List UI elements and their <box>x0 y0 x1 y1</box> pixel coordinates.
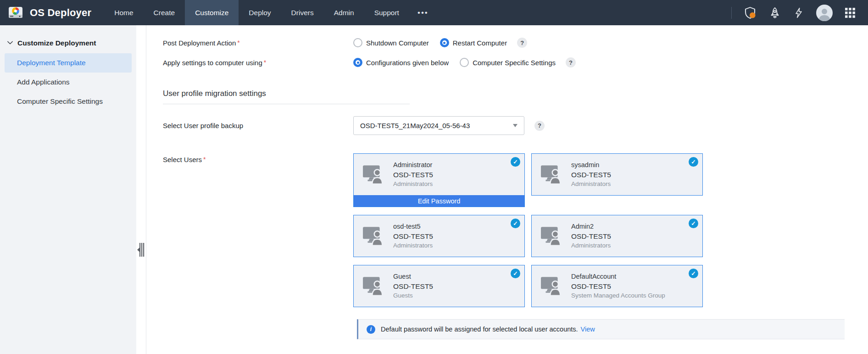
user-domain: OSD-TEST5 <box>571 232 611 241</box>
user-cards-grid: Administrator OSD-TEST5 Administrators ✓… <box>353 153 703 307</box>
brand[interactable]: OS Deployer <box>7 5 91 21</box>
computer-user-icon <box>532 226 571 246</box>
radio-label: Restart Computer <box>453 39 507 47</box>
profile-backup-help-icon[interactable]: ? <box>534 121 545 131</box>
radio-option-shutdown-computer[interactable]: Shutdown Computer <box>353 38 429 47</box>
radio-option-computer-specific-settings[interactable]: Computer Specific Settings <box>460 58 556 67</box>
chevron-down-icon <box>7 39 13 47</box>
splitter-grip-icon[interactable] <box>137 242 145 259</box>
sidebar-item-computer-specific-settings[interactable]: Computer Specific Settings <box>5 92 132 111</box>
navbar-right <box>731 5 856 21</box>
user-card-admin2[interactable]: Admin2 OSD-TEST5 Administrators ✓ <box>531 215 703 257</box>
user-name: Guest <box>393 273 433 281</box>
radio-icon <box>440 38 449 47</box>
user-domain: OSD-TEST5 <box>571 170 611 179</box>
select-users-row: Select Users* Administrator OSD-TEST5 Ad… <box>163 153 868 307</box>
dropdown-caret-icon <box>513 124 517 127</box>
apps-grid-icon[interactable] <box>844 7 856 19</box>
user-group: System Managed Accounts Group <box>571 292 665 299</box>
sidebar-section-customize-deployment[interactable]: Customize Deployment <box>0 39 136 47</box>
sidebar-item-deployment-template[interactable]: Deployment Template <box>5 53 132 73</box>
select-users-label: Select Users* <box>163 153 353 163</box>
sidebar-items: Deployment TemplateAdd ApplicationsCompu… <box>0 53 136 111</box>
nav-item-create[interactable]: Create <box>144 0 185 25</box>
main-nav: HomeCreateCustomizeDeployDriversAdminSup… <box>104 0 409 25</box>
apply-settings-row: Apply settings to computer using* Config… <box>163 57 868 68</box>
user-card-guest[interactable]: Guest OSD-TEST5 Guests ✓ <box>353 265 525 307</box>
user-card-sysadmin[interactable]: sysadmin OSD-TEST5 Administrators ✓ <box>531 153 703 196</box>
selected-check-icon: ✓ <box>689 219 698 228</box>
computer-user-icon <box>354 276 393 296</box>
user-group: Administrators <box>393 180 433 188</box>
view-link[interactable]: View <box>581 326 595 333</box>
computer-user-icon <box>532 276 571 296</box>
radio-label: Computer Specific Settings <box>473 59 556 67</box>
computer-user-icon <box>354 165 393 184</box>
user-name: DefaultAccount <box>571 273 665 281</box>
user-domain: OSD-TEST5 <box>393 282 433 291</box>
selected-check-icon: ✓ <box>511 269 520 278</box>
sidebar-section-label: Customize Deployment <box>17 39 96 47</box>
user-domain: OSD-TEST5 <box>393 170 433 179</box>
note-row: i Default password will be assigned for … <box>163 319 868 339</box>
user-name: osd-test5 <box>393 223 433 230</box>
flash-icon[interactable] <box>793 7 805 19</box>
radio-option-restart-computer[interactable]: Restart Computer <box>440 38 507 47</box>
user-name: Admin2 <box>571 223 611 230</box>
selected-check-icon: ✓ <box>689 269 698 278</box>
profile-backup-row: Select User profile backup OSD-TEST5_21M… <box>163 116 868 135</box>
selected-check-icon: ✓ <box>689 157 698 167</box>
user-card-osd-test5[interactable]: osd-test5 OSD-TEST5 Administrators ✓ <box>353 215 525 257</box>
radio-icon <box>353 38 362 47</box>
radio-icon <box>353 58 362 67</box>
apply-settings-label: Apply settings to computer using* <box>163 59 353 67</box>
sidebar: Customize Deployment Deployment Template… <box>0 25 136 354</box>
apply-settings-help-icon[interactable]: ? <box>566 57 576 67</box>
rocket-icon[interactable] <box>768 6 781 19</box>
required-asterisk: * <box>237 39 239 46</box>
panel-splitter[interactable] <box>136 25 146 354</box>
radio-icon <box>460 58 469 67</box>
app-title: OS Deployer <box>30 7 91 19</box>
required-asterisk: * <box>264 59 266 66</box>
edit-password-button[interactable]: Edit Password <box>354 195 524 207</box>
user-card-administrator[interactable]: Administrator OSD-TEST5 Administrators ✓… <box>353 153 525 207</box>
user-name: sysadmin <box>571 161 611 169</box>
nav-item-support[interactable]: Support <box>364 0 409 25</box>
computer-user-icon <box>532 165 571 184</box>
user-group: Guests <box>393 292 433 299</box>
user-group: Administrators <box>571 242 611 249</box>
nav-item-admin[interactable]: Admin <box>324 0 364 25</box>
user-card-defaultaccount[interactable]: DefaultAccount OSD-TEST5 System Managed … <box>531 265 703 307</box>
user-profile-migration-heading: User profile migration settings <box>163 89 868 98</box>
profile-backup-select[interactable]: OSD-TEST5_21May2024_05-56-43 <box>353 116 524 135</box>
required-asterisk: * <box>203 156 206 163</box>
nav-more-button[interactable]: ••• <box>409 1 437 24</box>
computer-user-icon <box>354 226 393 246</box>
user-avatar[interactable] <box>816 5 833 21</box>
apply-settings-radio-group: Configurations given below Computer Spec… <box>353 58 556 67</box>
user-name: Administrator <box>393 161 433 169</box>
post-deployment-help-icon[interactable]: ? <box>517 38 527 48</box>
nav-item-customize[interactable]: Customize <box>185 0 239 25</box>
selected-check-icon: ✓ <box>511 219 520 228</box>
post-deployment-action-row: Post Deployment Action* Shutdown Compute… <box>163 37 868 48</box>
selected-check-icon: ✓ <box>511 157 520 167</box>
radio-label: Shutdown Computer <box>366 39 429 47</box>
nav-divider <box>731 7 732 19</box>
radio-label: Configurations given below <box>366 59 449 67</box>
os-deployer-app: OS Deployer HomeCreateCustomizeDeployDri… <box>0 0 868 354</box>
post-deployment-action-label: Post Deployment Action* <box>163 39 353 47</box>
radio-option-configurations-given-below[interactable]: Configurations given below <box>353 58 449 67</box>
post-deployment-radio-group: Shutdown Computer Restart Computer <box>353 38 507 47</box>
shield-license-icon[interactable] <box>743 6 757 20</box>
nav-item-deploy[interactable]: Deploy <box>239 0 281 25</box>
nav-item-home[interactable]: Home <box>104 0 143 25</box>
user-group: Administrators <box>571 180 611 188</box>
sidebar-item-add-applications[interactable]: Add Applications <box>5 73 132 92</box>
nav-item-drivers[interactable]: Drivers <box>281 0 324 25</box>
user-domain: OSD-TEST5 <box>393 232 433 241</box>
profile-backup-value: OSD-TEST5_21May2024_05-56-43 <box>360 122 470 129</box>
os-deployer-logo-icon <box>7 5 24 21</box>
section-divider <box>163 104 410 104</box>
